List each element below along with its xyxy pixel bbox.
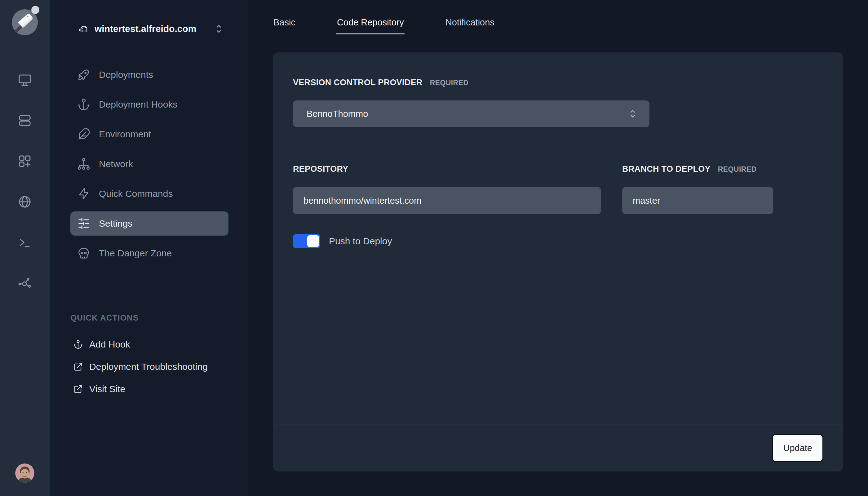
sidebar-item-label: Quick Commands: [99, 188, 173, 199]
sidebar-item-environment[interactable]: Environment: [71, 122, 229, 146]
main-content: Basic Code Repository Notifications VERS…: [248, 0, 868, 496]
terminal-icon: [17, 235, 32, 250]
servers-icon: [17, 113, 32, 128]
bolt-icon: [77, 187, 91, 201]
repository-field-group: REPOSITORY: [293, 164, 601, 214]
push-to-deploy-label: Push to Deploy: [329, 236, 392, 246]
anchor-icon: [73, 339, 83, 350]
notification-dot-icon: [31, 6, 40, 14]
user-photo-avatar: [15, 463, 34, 483]
quick-action-label: Visit Site: [89, 384, 125, 394]
vcs-required-badge: REQUIRED: [430, 79, 469, 87]
monitor-icon: [17, 73, 32, 88]
toggle-knob: [307, 235, 319, 247]
update-button[interactable]: Update: [772, 434, 823, 462]
rail-item-terminal[interactable]: [17, 235, 32, 250]
external-link-icon: [73, 384, 83, 394]
sidebar-item-quick-commands[interactable]: Quick Commands: [71, 182, 229, 206]
quick-action-add-hook[interactable]: Add Hook: [71, 333, 229, 356]
code-repository-card: VERSION CONTROL PROVIDER REQUIRED BennoT…: [273, 52, 843, 471]
app-logo[interactable]: [12, 9, 38, 35]
site-selector[interactable]: wintertest.alfreido.com: [78, 22, 229, 36]
tab-code-repository[interactable]: Code Repository: [336, 17, 405, 34]
external-link-icon: [73, 361, 83, 372]
select-chevrons-icon: [629, 108, 637, 119]
tab-basic[interactable]: Basic: [273, 17, 296, 34]
branch-field-group: BRANCH TO DEPLOY REQUIRED: [622, 164, 773, 214]
sidebar-item-label: Settings: [99, 218, 133, 229]
rail-item-apps[interactable]: [17, 154, 32, 169]
branch-required-badge: REQUIRED: [718, 165, 757, 174]
rail-item-servers-monitor[interactable]: [17, 73, 32, 88]
network-hub-icon: [17, 276, 32, 291]
elephant-icon: [78, 23, 90, 35]
repository-label: REPOSITORY: [293, 164, 348, 174]
site-name: wintertest.alfreido.com: [95, 24, 196, 34]
quick-action-visit-site[interactable]: Visit Site: [71, 378, 229, 400]
quick-action-label: Add Hook: [89, 339, 130, 350]
card-footer: Update: [273, 424, 843, 471]
sidebar-item-label: Deployment Hooks: [99, 99, 177, 110]
sidebar-item-network[interactable]: Network: [71, 152, 229, 176]
branch-label: BRANCH TO DEPLOY: [622, 164, 711, 174]
repo-branch-row: REPOSITORY BRANCH TO DEPLOY REQUIRED: [293, 164, 823, 214]
icon-rail: [0, 0, 50, 496]
apps-plus-icon: [17, 154, 32, 169]
tab-notifications[interactable]: Notifications: [445, 17, 495, 34]
quick-actions: Add Hook Deployment Troubleshooting Visi…: [71, 333, 229, 400]
settings-tabs: Basic Code Repository Notifications: [273, 17, 868, 34]
skull-icon: [77, 246, 91, 260]
sidebar-item-deployment-hooks[interactable]: Deployment Hooks: [71, 92, 229, 117]
vcs-select[interactable]: BennoThommo: [293, 100, 649, 127]
sidebar-item-label: Environment: [99, 129, 151, 140]
sidebar-item-deployments[interactable]: Deployments: [71, 63, 229, 87]
rail-item-network[interactable]: [17, 276, 32, 291]
sidebar-item-label: Network: [99, 159, 133, 169]
repository-input[interactable]: [293, 187, 601, 214]
vcs-select-value: BennoThommo: [307, 109, 368, 119]
quick-action-deployment-troubleshooting[interactable]: Deployment Troubleshooting: [71, 356, 229, 378]
sidebar-item-danger-zone[interactable]: The Danger Zone: [71, 241, 229, 265]
sidebar-item-label: Deployments: [99, 69, 153, 80]
vcs-label-row: VERSION CONTROL PROVIDER REQUIRED: [293, 78, 823, 88]
rail-item-servers[interactable]: [17, 113, 32, 128]
quick-actions-heading: QUICK ACTIONS: [71, 313, 229, 323]
push-to-deploy-row: Push to Deploy: [293, 234, 823, 248]
user-avatar[interactable]: [15, 463, 34, 483]
hierarchy-icon: [77, 157, 91, 171]
push-to-deploy-toggle[interactable]: [293, 234, 320, 248]
sidebar-item-settings[interactable]: Settings: [71, 212, 229, 236]
quick-action-label: Deployment Troubleshooting: [89, 361, 208, 372]
app-root: wintertest.alfreido.com Deployments Depl…: [0, 0, 868, 496]
rocket-icon: [77, 67, 91, 82]
site-menu: Deployments Deployment Hooks Environment…: [71, 63, 229, 271]
globe-icon: [17, 195, 32, 209]
sidebar-item-label: The Danger Zone: [99, 248, 172, 259]
sliders-icon: [77, 216, 91, 231]
vcs-label: VERSION CONTROL PROVIDER: [293, 78, 422, 88]
rail-item-domains[interactable]: [17, 195, 32, 209]
feather-icon: [77, 127, 91, 141]
selector-chevrons-icon: [214, 24, 223, 34]
branch-input[interactable]: [622, 187, 773, 214]
anchor-icon: [77, 97, 91, 112]
card-body: VERSION CONTROL PROVIDER REQUIRED BennoT…: [273, 52, 843, 424]
rail-nav: [17, 73, 32, 291]
site-sidebar: wintertest.alfreido.com Deployments Depl…: [50, 0, 248, 496]
